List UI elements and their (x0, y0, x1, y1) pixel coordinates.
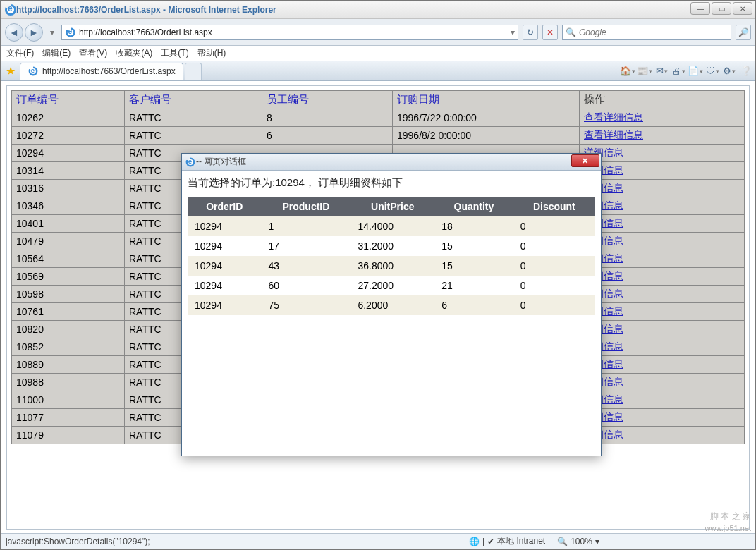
search-go-button[interactable]: 🔎 (736, 25, 751, 40)
table-cell-action: 详细信息 (580, 356, 745, 374)
tab-toolbar: ★ http://localhost:7663/OrderList.aspx 🏠… (1, 61, 755, 81)
table-cell-action: 详细信息 (580, 215, 745, 233)
page-menu-icon[interactable]: 📄 (689, 65, 702, 78)
detail-cell: 15 (434, 236, 513, 256)
home-icon[interactable]: 🏠 (621, 65, 634, 78)
table-cell: 10761 (12, 303, 125, 321)
col-order-date[interactable]: 订购日期 (393, 91, 580, 109)
tools-icon[interactable]: ⚙ (723, 65, 736, 78)
dialog-ie-icon (186, 157, 195, 166)
address-dropdown-icon[interactable]: ▾ (511, 28, 515, 37)
table-cell: 10262 (12, 109, 125, 127)
dialog-close-button[interactable]: ✕ (571, 154, 599, 167)
protected-mode-icon: ✔ (487, 537, 494, 546)
status-zone: 🌐 | ✔ 本地 Intranet (463, 534, 545, 549)
detail-col-discount: Discount (513, 197, 595, 216)
maximize-button[interactable]: ▭ (712, 2, 731, 15)
detail-col-unitprice: UnitPrice (350, 197, 434, 216)
nav-history-dropdown[interactable]: ▾ (47, 25, 57, 40)
menu-view[interactable]: 查看(V) (79, 47, 107, 59)
view-detail-link[interactable]: 查看详细信息 (584, 111, 643, 123)
read-mail-icon[interactable]: ✉ (655, 65, 668, 78)
menu-tools[interactable]: 工具(T) (161, 47, 188, 59)
table-cell-action: 详细信息 (580, 180, 745, 197)
table-row: 10272RATTC61996/8/2 0:00:00查看详细信息 (12, 127, 745, 145)
status-zoom[interactable]: 🔍 100% ▾ (551, 534, 599, 549)
favorites-star-icon[interactable]: ★ (4, 64, 18, 78)
col-order-id[interactable]: 订单编号 (12, 91, 125, 109)
order-detail-table: OrderID ProductID UnitPrice Quantity Dis… (188, 197, 595, 315)
table-cell: 1996/8/2 0:00:00 (393, 127, 580, 145)
internet-zone-icon: 🌐 (469, 537, 480, 546)
menu-file[interactable]: 文件(F) (6, 47, 34, 59)
zoom-dropdown-icon[interactable]: ▾ (595, 537, 599, 546)
close-button[interactable]: ✕ (733, 2, 752, 15)
table-cell-action: 详细信息 (580, 268, 745, 286)
menu-favorites[interactable]: 收藏夹(A) (116, 47, 152, 59)
ie-icon (5, 4, 16, 16)
dialog-title-bar[interactable]: -- 网页对话框 ✕ (182, 154, 601, 171)
table-cell: 10479 (12, 233, 125, 250)
minimize-button[interactable]: — (690, 2, 710, 15)
col-employee-id[interactable]: 员工编号 (262, 91, 393, 109)
feeds-icon[interactable]: 📰 (638, 65, 651, 78)
detail-row: 10294756.200060 (188, 295, 595, 315)
detail-row: 102946027.2000210 (188, 276, 595, 295)
forward-button[interactable]: ► (25, 23, 43, 42)
table-cell: 1996/7/22 0:00:00 (393, 109, 580, 127)
table-cell-action: 详细信息 (580, 250, 745, 268)
address-input[interactable] (79, 28, 508, 37)
status-bar: javascript:ShowOrderDetails("10294"); 🌐 … (1, 533, 755, 549)
detail-cell: 0 (513, 216, 595, 236)
zoom-icon: 🔍 (557, 537, 568, 546)
table-cell: 6 (262, 127, 393, 145)
detail-col-quantity: Quantity (434, 197, 513, 216)
table-cell: 10852 (12, 338, 125, 356)
address-bar[interactable]: ▾ (61, 25, 518, 40)
help-icon[interactable]: ❔ (740, 65, 752, 78)
table-cell-action: 详细信息 (580, 286, 745, 303)
table-cell-action: 详细信息 (580, 162, 745, 180)
detail-cell: 6.2000 (350, 295, 434, 315)
refresh-button[interactable]: ↻ (523, 25, 538, 40)
page-icon (66, 28, 75, 37)
detail-cell: 60 (261, 276, 350, 295)
table-cell-action: 详细信息 (580, 409, 745, 427)
menu-help[interactable]: 帮助(H) (197, 47, 226, 59)
detail-cell: 75 (261, 295, 350, 315)
table-cell-action: 查看详细信息 (580, 127, 745, 145)
detail-cell: 27.2000 (350, 276, 434, 295)
order-detail-dialog: -- 网页对话框 ✕ 当前选择的订单为:10294， 订单明细资料如下 Orde… (181, 153, 602, 456)
browser-tab[interactable]: http://localhost:7663/OrderList.aspx (20, 63, 183, 80)
status-zoom-value: 100% (571, 537, 592, 546)
search-box[interactable]: 🔍 (562, 25, 731, 40)
detail-cell: 10294 (188, 236, 261, 256)
safety-icon[interactable]: 🛡 (706, 65, 719, 78)
window-title: http://localhost:7663/OrderList.aspx - M… (16, 5, 276, 15)
detail-cell: 0 (513, 236, 595, 256)
new-tab-button[interactable] (185, 63, 202, 80)
status-zone-label: 本地 Intranet (497, 535, 545, 547)
table-cell: 10598 (12, 286, 125, 303)
back-button[interactable]: ◄ (5, 23, 23, 42)
detail-col-orderid: OrderID (188, 197, 261, 216)
table-cell: 11000 (12, 391, 125, 409)
col-operate: 操作 (580, 91, 745, 109)
table-cell: 10889 (12, 356, 125, 374)
table-cell-action: 详细信息 (580, 427, 745, 444)
status-zone-prefix: | (482, 537, 484, 546)
stop-button[interactable]: ✕ (542, 25, 558, 40)
view-detail-link[interactable]: 查看详细信息 (584, 129, 643, 140)
navigation-toolbar: ◄ ► ▾ ▾ ↻ ✕ 🔍 🔎 (1, 19, 755, 46)
print-icon[interactable]: 🖨 (672, 65, 685, 78)
col-customer-id[interactable]: 客户编号 (125, 91, 262, 109)
status-text: javascript:ShowOrderDetails("10294"); (6, 534, 457, 549)
menu-edit[interactable]: 编辑(E) (42, 47, 71, 59)
table-cell: 10314 (12, 162, 125, 180)
table-cell-action: 详细信息 (580, 233, 745, 250)
table-cell: 11077 (12, 409, 125, 427)
detail-cell: 21 (434, 276, 513, 295)
table-cell: 10988 (12, 374, 125, 391)
table-cell: 10272 (12, 127, 125, 145)
search-input[interactable] (579, 28, 728, 37)
